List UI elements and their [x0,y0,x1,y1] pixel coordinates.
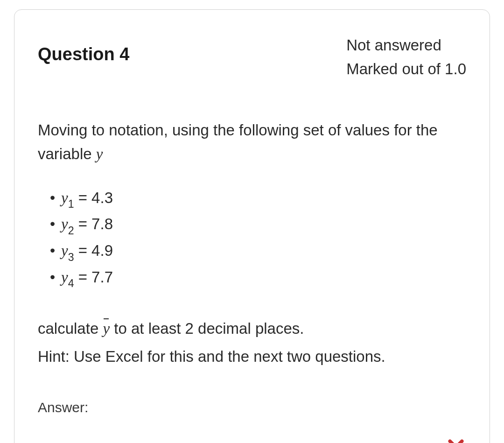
marks-text: Marked out of 1.0 [346,57,466,81]
value-symbol: y [61,242,68,259]
value-symbol: y [61,216,68,232]
calc-suffix: to at least 2 decimal places. [110,320,304,337]
value-subscript: 2 [68,225,74,237]
intro-text: Moving to notation, using the following … [38,118,466,166]
value-number: 7.7 [91,268,113,286]
value-list: y1 = 4.3 y2 = 7.8 y3 = 4.9 y4 = 7.7 [38,185,466,291]
list-item: y2 = 7.8 [61,211,466,238]
question-card: Question 4 Not answered Marked out of 1.… [14,9,490,443]
answer-label: Answer: [38,397,466,419]
question-header: Question 4 Not answered Marked out of 1.… [38,33,466,81]
list-item: y4 = 7.7 [61,265,466,291]
value-symbol: y [61,269,68,286]
result-row [38,437,466,443]
calc-prefix: calculate [38,320,103,337]
value-subscript: 3 [68,251,74,263]
value-subscript: 1 [68,198,74,210]
value-number: 7.8 [91,215,113,232]
list-item: y3 = 4.9 [61,238,466,265]
incorrect-x-icon [446,437,466,443]
hint-text: Hint: Use Excel for this and the next tw… [38,345,466,368]
value-symbol: y [61,190,68,206]
value-number: 4.3 [91,189,113,206]
value-number: 4.9 [91,242,113,259]
y-bar-symbol: y [103,317,110,341]
variable-y: y [96,146,103,162]
status-text: Not answered [346,33,466,57]
question-body: Moving to notation, using the following … [38,118,466,443]
value-subscript: 4 [68,277,74,289]
question-meta: Not answered Marked out of 1.0 [346,33,466,81]
calculation-instruction: calculate y to at least 2 decimal places… [38,316,466,341]
question-title: Question 4 [38,44,129,64]
list-item: y1 = 4.3 [61,185,466,212]
